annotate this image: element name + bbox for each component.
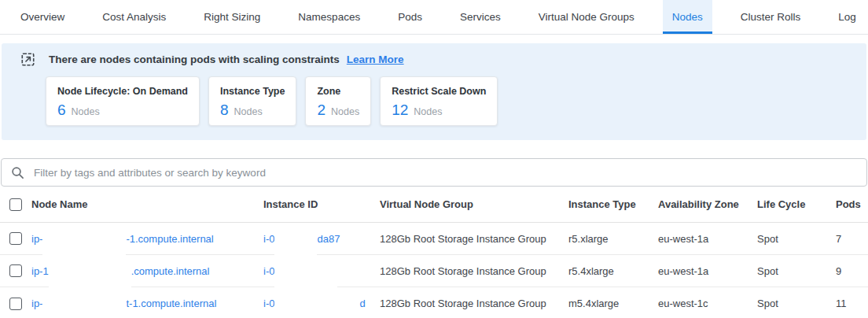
instance-id-link[interactable]: da87: [317, 233, 340, 245]
node-name-link[interactable]: .compute.internal: [131, 265, 210, 277]
instance-type-cell: r5.xlarge: [568, 233, 658, 245]
col-life-cycle: Life Cycle: [757, 198, 836, 210]
card-unit: Nodes: [72, 106, 100, 117]
tab-namespaces[interactable]: Namespaces: [289, 0, 370, 34]
card-restrict-scale-down[interactable]: Restrict Scale Down 12 Nodes: [380, 76, 498, 126]
life-cycle-cell: Spot: [757, 233, 836, 245]
card-node-lifecycle[interactable]: Node Lifecycle: On Demand 6 Nodes: [46, 76, 200, 126]
card-unit: Nodes: [234, 106, 263, 117]
tab-cluster-rolls[interactable]: Cluster Rolls: [731, 0, 811, 34]
row-checkbox[interactable]: [9, 298, 22, 310]
tab-nodes[interactable]: Nodes: [663, 0, 712, 34]
banner-header: There are nodes containing pods with sca…: [2, 51, 866, 67]
card-title: Node Lifecycle: On Demand: [57, 86, 188, 97]
availability-zone-cell: eu-west-1a: [658, 233, 757, 245]
card-unit: Nodes: [331, 106, 359, 117]
card-instance-type[interactable]: Instance Type 8 Nodes: [208, 76, 296, 126]
node-name-link[interactable]: t-1.compute.internal: [126, 298, 216, 309]
availability-zone-cell: eu-west-1a: [658, 265, 757, 277]
card-zone[interactable]: Zone 2 Nodes: [305, 76, 371, 126]
row-checkbox[interactable]: [9, 264, 22, 277]
tab-bar: Overview Cost Analysis Right Sizing Name…: [0, 0, 868, 35]
col-node-name: Node Name: [31, 198, 263, 210]
card-unit: Nodes: [414, 106, 442, 117]
instance-type-cell: m5.4xlarge: [568, 298, 658, 309]
virtual-node-group-cell: 128Gb Root Storage Instance Group: [380, 265, 568, 277]
table-row: ip-1.compute.internal i-0 128Gb Root Sto…: [0, 255, 868, 287]
col-availability-zone: Availability Zone: [658, 198, 757, 210]
pods-cell: 11: [836, 298, 868, 309]
card-count: 8: [220, 102, 229, 119]
banner-message: There are nodes containing pods with sca…: [49, 54, 340, 65]
redaction-block: [42, 299, 126, 307]
node-name-link[interactable]: -1.compute.internal: [126, 233, 213, 245]
card-title: Zone: [317, 86, 359, 97]
filter-input[interactable]: [32, 166, 857, 179]
filter-bar: [1, 158, 867, 187]
tab-cost-analysis[interactable]: Cost Analysis: [93, 0, 175, 34]
node-name-link[interactable]: ip-: [31, 298, 42, 309]
instance-id-link[interactable]: i-0: [263, 265, 274, 277]
tab-services[interactable]: Services: [451, 0, 510, 34]
col-pods: Pods: [836, 198, 868, 210]
card-count: 6: [57, 102, 66, 119]
virtual-node-group-cell: 128Gb Root Storage Instance Group: [380, 233, 568, 245]
virtual-node-group-cell: 128Gb Root Storage Instance Group: [380, 298, 568, 309]
redaction-block: [274, 267, 337, 275]
node-name-link[interactable]: ip-1: [31, 265, 49, 277]
card-count: 12: [392, 102, 408, 119]
col-instance-type: Instance Type: [568, 198, 658, 210]
table-row: ip--1.compute.internal i-0da87 128Gb Roo…: [0, 223, 868, 255]
tab-right-sizing[interactable]: Right Sizing: [194, 0, 270, 34]
card-count: 2: [317, 102, 326, 119]
nodes-table: Node Name Instance ID Virtual Node Group…: [0, 187, 868, 318]
col-virtual-node-group: Virtual Node Group: [380, 198, 568, 210]
instance-type-cell: r5.4xlarge: [568, 265, 658, 277]
pods-cell: 7: [836, 233, 868, 245]
select-all-checkbox[interactable]: [9, 198, 22, 211]
node-name-link[interactable]: ip-: [31, 233, 42, 245]
constraint-cards: Node Lifecycle: On Demand 6 Nodes Instan…: [46, 76, 866, 126]
scaling-constraints-banner: There are nodes containing pods with sca…: [2, 43, 866, 140]
tab-overview[interactable]: Overview: [11, 0, 74, 34]
card-title: Restrict Scale Down: [392, 86, 486, 97]
pods-cell: 9: [836, 265, 868, 277]
row-checkbox[interactable]: [9, 232, 22, 245]
instance-id-link[interactable]: i-0: [263, 298, 274, 309]
card-title: Instance Type: [220, 86, 285, 97]
scale-constraint-icon: [21, 53, 35, 66]
redaction-block: [42, 235, 126, 242]
redaction-block: [274, 299, 359, 307]
table-header-row: Node Name Instance ID Virtual Node Group…: [0, 187, 868, 223]
availability-zone-cell: eu-west-1c: [658, 298, 757, 309]
redaction-block: [274, 235, 317, 242]
search-icon: [11, 166, 24, 179]
instance-id-link[interactable]: d: [359, 298, 365, 309]
col-instance-id: Instance ID: [263, 198, 380, 210]
life-cycle-cell: Spot: [757, 265, 836, 277]
tab-virtual-node-groups[interactable]: Virtual Node Groups: [529, 0, 644, 34]
tab-log[interactable]: Log: [829, 0, 866, 34]
learn-more-link[interactable]: Learn More: [347, 54, 404, 65]
table-row: ip-t-1.compute.internal i-0d 128Gb Root …: [0, 287, 868, 318]
tab-pods[interactable]: Pods: [388, 0, 432, 34]
life-cycle-cell: Spot: [757, 298, 836, 309]
instance-id-link[interactable]: i-0: [263, 233, 274, 245]
redaction-block: [49, 267, 131, 275]
